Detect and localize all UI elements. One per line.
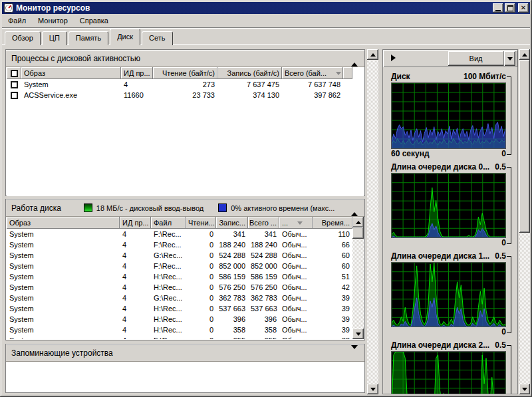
column-header-image[interactable]: Образ [7,217,120,229]
column-header-time[interactable]: Время... [313,217,352,229]
cell-total: 362 783 [248,294,279,302]
scroll-down-button[interactable] [352,329,364,339]
checkbox-icon[interactable] [11,92,18,99]
column-header-label: Файл [154,219,172,227]
cell-total: 188 240 [248,241,279,249]
cell-pid: 4 [120,241,151,249]
cell-time: 42 [313,283,352,291]
minimize-button[interactable] [493,3,503,13]
view-button[interactable]: Вид [448,51,515,66]
cell-write: 955 [216,336,248,339]
column-header-write[interactable]: Запис... [216,217,248,229]
chart-min-label: 0 [501,238,506,249]
chart-min-label: 0 [501,149,506,160]
table-row[interactable]: System4H:\Rec...0358358Обыч...39 [7,325,352,335]
column-header-image[interactable]: Образ [21,67,121,79]
maximize-button[interactable] [505,3,515,13]
cell-total: 537 663 [248,305,279,313]
cell-time: 39 [313,305,352,313]
collapse-panel-arrow-icon[interactable] [391,55,396,61]
cell-total: 396 [248,315,279,323]
chart-bottom-row: 0 [391,238,506,249]
left-pane-scrollbar[interactable] [367,49,378,394]
chart-title: Длина очереди диска 1... [391,251,489,262]
column-header-total[interactable]: Всего ... [248,217,279,229]
table-row[interactable]: System4G:\Rec...0524 288524 288Обыч...60 [7,250,352,261]
cell-image: System [7,262,120,270]
table-row[interactable]: System4G:\Rec...0362 783362 783Обыч...39 [7,293,352,303]
cell-file: F:\Rec... [151,230,186,238]
scrollbar-thumb[interactable] [352,227,364,239]
disk-work-rows: System4F:\Rec...0341341Обыч...110System4… [7,229,352,339]
table-row[interactable]: System4F:\Rec...0852 000852 000Обыч...60 [7,261,352,271]
scale-bracket [507,345,511,394]
collapse-section-button[interactable] [350,203,359,213]
table-row[interactable]: System4F:\Rec...0955955Обыч...38 [7,335,352,339]
row-checkbox[interactable] [7,81,21,88]
table-row[interactable]: System4H:\Rec...0586 159586 159Обыч...51 [7,271,352,282]
blue-legend-swatch-icon [218,203,227,212]
tab-memory[interactable]: Память [68,31,108,45]
cell-file: F:\Rec... [151,336,186,339]
app-icon [4,3,13,13]
cell-write: 341 [216,230,248,238]
column-header-pid[interactable]: ИД пр... [121,67,153,79]
column-header-file[interactable]: Файл [151,217,186,229]
cell-pid: 4 [120,294,151,302]
scale-bracket [507,76,511,155]
row-checkbox[interactable] [7,92,21,99]
menu-item-monitor[interactable]: Монитор [32,15,74,26]
table-row[interactable]: System4F:\Rec...0341341Обыч...110 [7,229,352,239]
menu-item-help[interactable]: Справка [74,15,114,26]
cell-image: System [7,230,120,238]
table-row[interactable]: System4H:\Rec...0396396Обыч...39 [7,314,352,325]
column-header-read[interactable]: Чтение (байт/с) [153,67,217,79]
disk-work-table-scrollbar[interactable] [352,217,364,339]
checkbox-icon[interactable] [11,81,18,88]
view-dropdown-button[interactable] [503,51,515,66]
section-disk-processes-header: Процессы с дисковой активностью [6,50,364,67]
charts-list: Диск100 Мбит/с60 секунд0Длина очереди ди… [391,72,511,394]
scroll-down-button[interactable] [367,384,378,394]
disk-work-table: ОбразИД пр...ФайлЧтени...Запис...Всего .… [7,217,364,339]
column-header-priority[interactable]: ... [279,217,313,229]
tab-disk[interactable]: Диск [110,29,140,45]
table-row[interactable]: System4H:\Rec...0576 250576 250Обыч...42 [7,282,352,293]
cell-pid: 4 [121,80,153,88]
tab-overview[interactable]: Обзор [5,31,41,45]
column-header-read[interactable]: Чтени... [186,217,216,229]
tab-network[interactable]: Сеть [142,31,172,45]
column-header-label: Всего ... [249,219,277,227]
collapse-section-button[interactable] [350,53,359,64]
table-row[interactable]: System4F:\Rec...0188 240188 240Обыч...66 [7,239,352,250]
cell-image: System [7,294,120,302]
table-row[interactable]: ACSService.exe1166023 733374 130397 862 [7,90,364,100]
cell-pid: 4 [120,230,151,238]
cell-time: 39 [313,326,352,334]
select-all-checkbox-header[interactable] [7,67,21,79]
scroll-up-button[interactable] [352,217,364,227]
sort-descending-icon [297,221,303,225]
cell-pid: 4 [120,326,151,334]
scroll-up-button[interactable] [367,49,378,60]
column-header-pid[interactable]: ИД пр... [120,217,151,229]
cell-read: 0 [186,273,216,281]
checkbox-icon[interactable] [11,70,18,77]
scrollbar-thumb[interactable] [519,60,530,233]
scroll-down-button[interactable] [519,384,530,394]
cell-total: 955 [248,336,279,339]
cell-write: 362 783 [216,294,248,302]
tab-cpu[interactable]: ЦП [42,31,67,45]
scroll-up-button[interactable] [519,49,530,60]
view-button-label[interactable]: Вид [448,51,503,66]
close-button[interactable]: ✕ [518,3,529,13]
menu-item-file[interactable]: Файл [2,15,32,26]
table-row[interactable]: System42737 637 4757 637 748 [7,79,364,90]
column-header-total[interactable]: Всего (бай... [282,67,343,79]
cell-read: 0 [186,294,216,302]
table-row[interactable]: System4H:\Rec...0537 663537 663Обыч...39 [7,303,352,314]
tab-strip: ОбзорЦППамятьДискСеть [5,28,174,45]
charts-scrollbar[interactable] [519,49,530,394]
expand-section-button[interactable] [350,348,359,358]
column-header-write[interactable]: Запись (байт/с) [217,67,282,79]
